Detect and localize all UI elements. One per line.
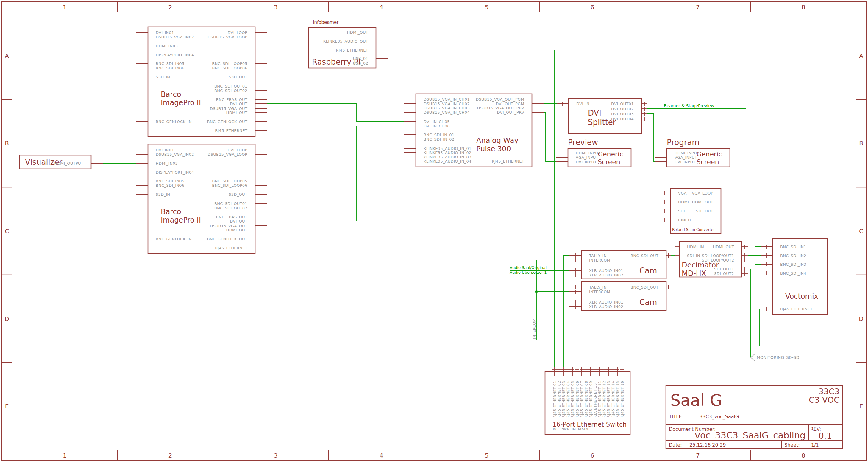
pin-label: RJ45 ETHERNET 11 — [597, 381, 602, 417]
pin-label: HDMI_IN03 — [156, 161, 178, 166]
pin-label: SDI_LOOP/OUT2 — [702, 258, 734, 262]
dvi-splitter-name: DVI — [588, 109, 601, 117]
pin-label: RJ45 ETHERNET 16 — [620, 381, 624, 417]
date-label: Date: — [669, 442, 682, 448]
pin-label: RJ45_ETHERNET — [215, 246, 247, 250]
wire-cam2-tally-to-switch-port04[interactable] — [568, 287, 569, 367]
pin-label: TALLY_IN — [589, 254, 607, 258]
barco-imagepro-1[interactable]: BarcoImagePro IIDVI_IN01DSUB15_VGA_IN02H… — [136, 27, 267, 137]
pin-label: BNC_GENLOCK_OUT — [207, 237, 247, 241]
pin-label: HDMI_INPUT — [675, 151, 699, 155]
pin-label: BNC_SDI_IN1 — [780, 244, 806, 249]
grid-col-label: 5 — [485, 4, 489, 11]
net-flag-label: MONITORING_SD-SDI — [757, 355, 801, 360]
grid-row-label: B — [859, 140, 863, 147]
program-screen-name: Screen — [696, 158, 719, 166]
voctomix-name: Voctomix — [785, 292, 818, 300]
grid-row-label: D — [859, 315, 863, 322]
wire-raspi-hdmi-to-aw-ch01[interactable] — [388, 32, 404, 99]
pin-label: DVI_IN01 — [156, 30, 174, 35]
wire-decimator-out1-to-monitoring-flag[interactable] — [748, 269, 751, 357]
visualizer[interactable]: VisualizerHDMI_OUTPUT — [20, 155, 103, 169]
pin-label: BNC_SDI_OUT01 — [214, 84, 247, 88]
roland-scan-converter[interactable]: Roland Scan ConverterVGAHDMISDICINCHVGA_… — [658, 188, 733, 234]
pin-label: RJ45 ETHERNET 06 — [575, 381, 580, 417]
pin-label: DVI_OUT_PRV — [497, 110, 524, 115]
barco-imagepro-1-name: ImagePro II — [161, 98, 201, 107]
grid-row-label: A — [859, 52, 863, 59]
cam-1[interactable]: CamTALLY_ININTERCOMXLR_AUDIO_IN01XLR_AUD… — [569, 250, 671, 279]
pin-label: RJ45 ETHERNET 15 — [615, 381, 620, 417]
grid-col-label: 8 — [801, 452, 805, 459]
pin-label: SDI — [678, 209, 685, 213]
event-name: 33C3 — [818, 387, 839, 396]
wire-junction — [535, 290, 538, 293]
wire-splitter-out03-to-program[interactable] — [647, 114, 655, 162]
pin-label: DVI_IN_CH05 — [424, 119, 450, 124]
wire-splitter-out04-to-roland-hdmi[interactable] — [647, 119, 658, 202]
preview-screen[interactable]: PreviewGenericScreenHDMI_INPUTVGA_INPUTD… — [556, 138, 631, 167]
net-label[interactable]: INTERCOM — [532, 318, 536, 339]
pin-label: SDI_OUT — [696, 209, 713, 213]
dvi-splitter[interactable]: DVISplitterDVI_INDVI_OUT01DVI_OUT02DVI_O… — [557, 98, 647, 134]
grid-col-label: 6 — [590, 452, 594, 459]
net-label[interactable]: Audio Saal/Original — [509, 265, 547, 270]
pin-label: RJ45 ETHERNET 03 — [561, 381, 566, 417]
pin-label: RJ45_ETHERNET — [336, 48, 368, 52]
wire-voctomix-eth-to-switch-port02[interactable] — [559, 309, 761, 367]
pin-label: HDMI_OUT — [692, 200, 713, 204]
pin-label: BNC_SDI_OUT — [630, 285, 658, 290]
pin-label: DVI_OUT — [230, 219, 247, 223]
barco-imagepro-2[interactable]: BarcoImagePro IIDVI_IN01DSUB15_VGA_IN02H… — [136, 144, 267, 254]
decimator-md-hx[interactable]: DecimatorMD-HXHDMI_INSDI_INHDMI_OUTSDI_L… — [675, 241, 748, 278]
pin-label: BNC_GENLOCK_OUT — [207, 119, 247, 124]
pin-label: DSUB15_VGA_LOOP — [208, 152, 247, 157]
grid-row-label: C — [5, 228, 9, 235]
pin-label: DVI_OUT_PGM — [496, 102, 524, 106]
pin-label: USB_02 — [353, 61, 368, 65]
pin-label: CINCH — [678, 218, 691, 222]
wire-cam1-tally-to-switch-port03[interactable] — [563, 256, 569, 367]
net-label[interactable]: Audio Übersetzer 1 — [509, 270, 547, 275]
pin-label: BNC_SDI_OUT01 — [214, 201, 247, 206]
pin-label: BNC_GENLOCK_IN — [156, 119, 192, 124]
pin-label: HDMI_OUT — [713, 244, 734, 249]
pin-label: HDMI_OUT — [226, 111, 247, 115]
raspberry-pi[interactable]: InfobeamerRaspberry PiHDMI_OUTKLINKE35_A… — [309, 20, 388, 68]
pin-label: TALLY_IN — [589, 285, 607, 290]
pin-label: BNC_SDI_LOOP05 — [212, 179, 247, 183]
title-block: Saal G 33C3 C3 VOC TITLE: 33C3_voc_SaalG… — [666, 385, 842, 448]
pin-label: DVI_IN_CH06 — [424, 124, 450, 128]
grid-col-label: 6 — [590, 4, 594, 11]
wire-aw-dvi-prv-to-preview[interactable] — [544, 112, 556, 162]
wire-barco1-dvi-out-to-aw-ch05[interactable] — [267, 104, 404, 121]
pin-label: BNC_SDI_IN_01 — [424, 133, 454, 137]
pin-label: BNC_FBAS_OUT — [216, 97, 247, 102]
pin-label: BNC_SDI_IN06 — [156, 183, 185, 187]
voctomix[interactable]: VoctomixBNC_SDI_IN1BNC_SDI_IN2BNC_SDI_IN… — [761, 238, 828, 314]
grid-row-label: E — [859, 403, 863, 410]
pin-label: S3D_IN — [156, 75, 170, 79]
grid-col-label: 4 — [379, 4, 383, 11]
wire-barco2-dvi-out-to-aw-ch06[interactable] — [267, 126, 404, 221]
ethernet-switch[interactable]: 16-Port Ethernet SwitchRJ45 ETHERNET 01R… — [533, 367, 630, 434]
pin-label: BNC_SDI_IN06 — [156, 66, 185, 70]
pin-label: INTERCOM — [589, 258, 610, 262]
roland-scan-converter-name: Roland Scan Converter — [672, 227, 715, 232]
cam-2[interactable]: CamTALLY_ININTERCOMXLR_AUDIO_IN01XLR_AUD… — [569, 282, 671, 310]
pin-label: HDMI_OUT — [226, 228, 247, 232]
grid-col-label: 2 — [168, 4, 172, 11]
program-screen[interactable]: ProgramGenericScreenHDMI_INPUTVGA_INPUTD… — [655, 138, 730, 167]
analog-way-pulse-300[interactable]: Analog WayPulse 300DSUB15_VGA_IN_CH01DSU… — [404, 94, 544, 167]
pin-label: VGA — [678, 191, 687, 195]
pin-label: BNC_GENLOCK_IN — [156, 237, 192, 241]
pin-label: DSUB15_VGA_IN_CH03 — [424, 106, 470, 110]
pin-label: DSUB15_VGA_OUT — [210, 224, 247, 228]
net-flag-monitoring[interactable]: MONITORING_SD-SDI — [751, 354, 803, 361]
net-label[interactable]: Beamer & StagePreview — [664, 104, 714, 108]
wire-raspi-eth-to-switch-port01[interactable] — [388, 50, 555, 367]
pin-label: XLR_AUDIO_IN02 — [589, 273, 623, 277]
pin-label: RJ45_ETHERNET — [215, 128, 247, 133]
grid-col-label: 2 — [168, 452, 172, 459]
voctomix-outline[interactable] — [772, 238, 828, 314]
